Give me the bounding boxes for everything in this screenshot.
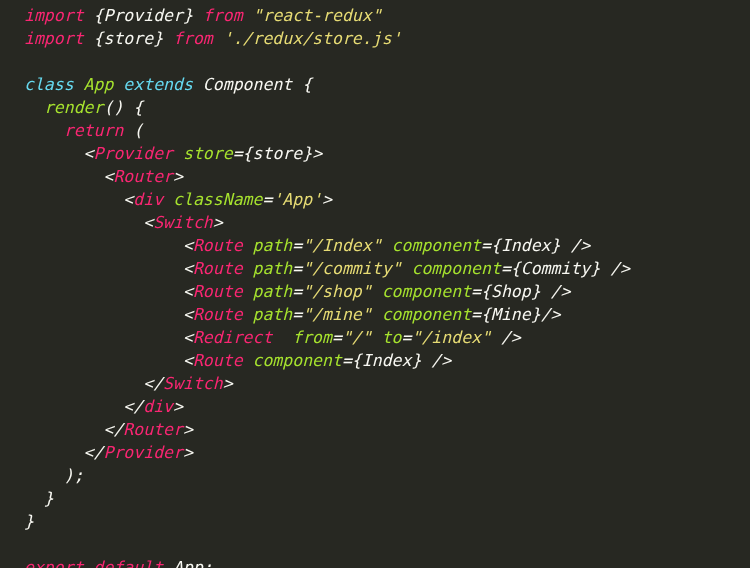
- code-editor[interactable]: import {Provider} from "react-redux"impo…: [0, 0, 750, 568]
- code-line: </Router>: [24, 418, 750, 441]
- code-line: }: [24, 510, 750, 533]
- code-line: <Route path="/Index" component={Index} /…: [24, 234, 750, 257]
- code-line: import {store} from './redux/store.js': [24, 27, 750, 50]
- code-line: import {Provider} from "react-redux": [24, 4, 750, 27]
- code-line: [24, 533, 750, 556]
- code-line: <Provider store={store}>: [24, 142, 750, 165]
- code-line: <Router>: [24, 165, 750, 188]
- code-line: }: [24, 487, 750, 510]
- code-line: <div className='App'>: [24, 188, 750, 211]
- code-line: <Route path="/shop" component={Shop} />: [24, 280, 750, 303]
- code-line: <Route path="/commity" component={Commit…: [24, 257, 750, 280]
- code-line: );: [24, 464, 750, 487]
- code-line: </Provider>: [24, 441, 750, 464]
- code-line: </div>: [24, 395, 750, 418]
- code-line: render() {: [24, 96, 750, 119]
- code-line: <Switch>: [24, 211, 750, 234]
- code-line: <Route path="/mine" component={Mine}/>: [24, 303, 750, 326]
- code-line: <Route component={Index} />: [24, 349, 750, 372]
- code-line: return (: [24, 119, 750, 142]
- code-line: </Switch>: [24, 372, 750, 395]
- code-line: class App extends Component {: [24, 73, 750, 96]
- code-line: [24, 50, 750, 73]
- code-line: <Redirect from="/" to="/index" />: [24, 326, 750, 349]
- code-line: export default App;: [24, 556, 750, 568]
